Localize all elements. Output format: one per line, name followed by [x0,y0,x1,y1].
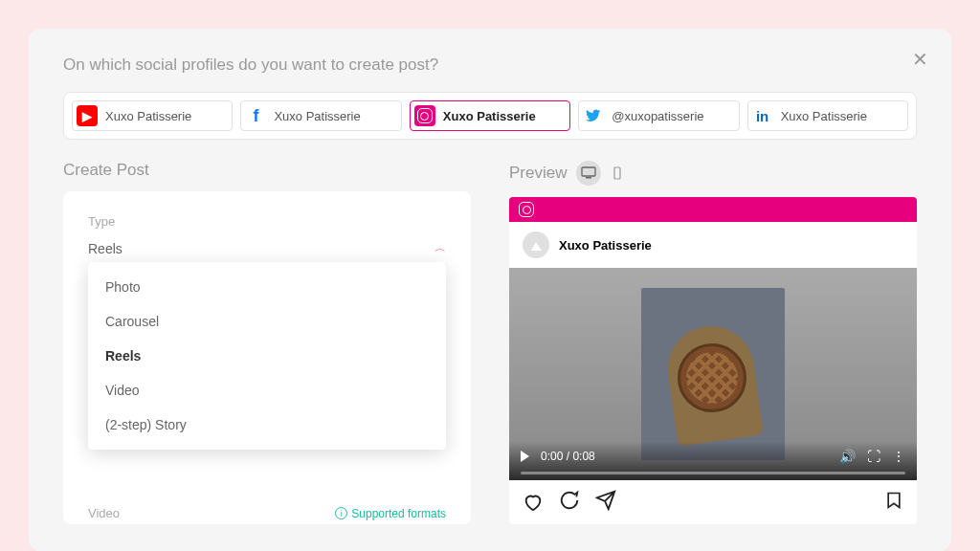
mobile-view-button[interactable] [605,161,630,186]
type-value: Reels [88,241,122,256]
profile-chip-instagram[interactable]: Xuxo Patisserie [410,100,570,131]
svg-rect-0 [582,167,595,176]
desktop-view-button[interactable] [576,161,601,186]
profile-label: Xuxo Patisserie [443,109,536,123]
video-section: Video i Supported formats [88,506,446,520]
create-post-card: Type Reels ︿ Photo Carousel Reels Video … [63,191,471,524]
profiles-question: On which social profiles do you want to … [63,55,917,75]
dropdown-option-story[interactable]: (2-step) Story [88,408,446,442]
supported-formats-link[interactable]: i Supported formats [335,507,446,520]
profile-label: Xuxo Patisserie [105,109,191,123]
post-actions [509,480,917,524]
volume-icon[interactable]: 🔊 [839,449,856,464]
close-icon[interactable]: ✕ [912,48,928,71]
preview-title: Preview [509,164,567,183]
video-scrubber[interactable] [521,472,905,474]
profile-chip-linkedin[interactable]: in Xuxo Patisserie [747,100,908,131]
dropdown-option-reels[interactable]: Reels [88,339,446,373]
post-header: Xuxo Patisserie [509,222,917,268]
heart-icon[interactable] [523,492,544,513]
columns: Create Post Type Reels ︿ Photo Carousel … [63,161,917,524]
profile-label: Xuxo Patisserie [781,109,867,123]
fullscreen-icon[interactable]: ⛶ [867,449,880,464]
youtube-icon: ▶ [77,105,98,126]
create-post-title: Create Post [63,161,149,180]
more-icon[interactable]: ⋮ [892,449,905,464]
type-dropdown: Photo Carousel Reels Video (2-step) Stor… [88,262,446,450]
device-toggle [576,161,630,186]
play-icon[interactable] [521,451,529,462]
avatar [523,231,549,258]
svg-rect-2 [614,167,620,179]
chevron-up-icon: ︿ [434,240,446,256]
video-preview[interactable]: 0:00 / 0:08 🔊 ⛶ ⋮ [509,268,917,480]
profile-chip-facebook[interactable]: f Xuxo Patisserie [240,100,401,131]
type-label: Type [88,214,446,229]
profile-label: Xuxo Patisserie [274,109,360,123]
video-label: Video [88,506,120,520]
dropdown-option-photo[interactable]: Photo [88,270,446,304]
create-post-modal: ✕ On which social profiles do you want t… [29,29,951,551]
profile-chip-twitter[interactable]: @xuxopatisserie [578,100,739,131]
create-column: Create Post Type Reels ︿ Photo Carousel … [63,161,471,524]
instagram-icon [519,202,534,217]
video-thumbnail [641,288,785,460]
preview-column: Preview Xuxo Pa [509,161,917,524]
linkedin-icon: in [752,105,773,126]
dropdown-option-video[interactable]: Video [88,373,446,408]
instagram-preview-header [509,197,917,222]
social-profiles-bar: ▶ Xuxo Patisserie f Xuxo Patisserie Xuxo… [63,92,917,140]
profile-chip-youtube[interactable]: ▶ Xuxo Patisserie [72,100,233,131]
video-controls: 0:00 / 0:08 🔊 ⛶ ⋮ [509,441,917,480]
comment-icon[interactable] [559,490,580,515]
supported-text: Supported formats [351,507,446,520]
send-icon[interactable] [595,490,616,515]
profile-label: @xuxopatisserie [612,109,703,123]
video-time: 0:00 / 0:08 [541,450,828,463]
instagram-icon [414,105,435,126]
svg-rect-1 [586,177,591,179]
info-icon: i [335,507,347,519]
bookmark-icon[interactable] [884,490,903,515]
twitter-icon [583,105,604,126]
account-name: Xuxo Patisserie [559,238,652,253]
preview-card: Xuxo Patisserie 0:00 / 0:08 🔊 [509,197,917,524]
dropdown-option-carousel[interactable]: Carousel [88,304,446,339]
facebook-icon: f [245,105,266,126]
